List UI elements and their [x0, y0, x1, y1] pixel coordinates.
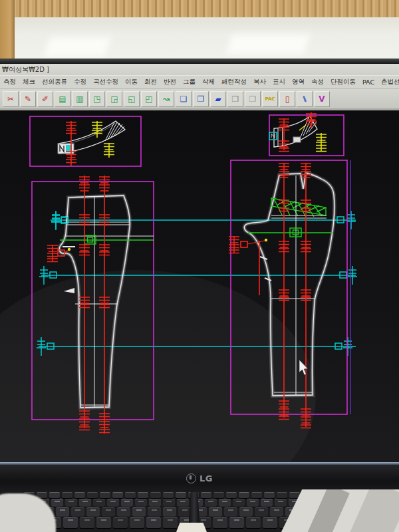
keyboard-key[interactable] — [102, 507, 115, 517]
keyboard-key[interactable] — [62, 492, 72, 498]
menu-item-8[interactable]: 반전 — [162, 78, 178, 86]
keyboard-key[interactable] — [255, 507, 268, 517]
keyboard-key[interactable] — [219, 499, 231, 507]
keyboard-key[interactable] — [63, 517, 78, 528]
menu-item-6[interactable]: 이동 — [123, 78, 140, 86]
keyboard-key[interactable] — [201, 492, 211, 498]
keyboard-key[interactable] — [205, 499, 217, 507]
keyboard-key[interactable] — [264, 492, 275, 498]
sheet-tool-icon[interactable]: ❒ — [227, 91, 243, 107]
cut-tool-icon[interactable]: ✂ — [3, 91, 19, 107]
keyboard-key[interactable] — [138, 492, 148, 498]
menu-item-10[interactable]: 삭제 — [200, 78, 217, 86]
layer2-tool-icon[interactable]: ❐ — [193, 91, 209, 107]
keyboard-key[interactable] — [130, 517, 144, 528]
sheet2-tool-icon[interactable]: ❒ — [245, 91, 261, 107]
pants-blue-tool-icon[interactable]: ⑊ — [297, 91, 313, 107]
keyboard-key[interactable] — [117, 507, 130, 517]
piece-tool-2-icon[interactable]: ▥ — [72, 91, 88, 107]
waistband-piece-left[interactable] — [30, 116, 141, 166]
menu-item-15[interactable]: 속성 — [309, 78, 326, 86]
menu-item-13[interactable]: 표시 — [271, 78, 287, 86]
menu-item-2[interactable]: 체크 — [21, 78, 37, 86]
keyboard-key[interactable] — [239, 507, 253, 517]
keyboard-key[interactable] — [209, 507, 222, 517]
layer-tool-icon[interactable]: ❏ — [176, 91, 192, 107]
keyboard-key[interactable] — [163, 517, 178, 528]
keyboard-key[interactable] — [74, 492, 85, 498]
keyboard-key[interactable] — [163, 499, 175, 507]
pac-tool-icon[interactable]: PAC — [262, 91, 278, 107]
keyboard-key[interactable] — [79, 499, 91, 507]
grain-line[interactable] — [104, 143, 114, 158]
keyboard-key[interactable] — [251, 492, 262, 498]
keyboard-key[interactable] — [148, 507, 161, 517]
menu-item-4[interactable]: 수정 — [72, 78, 88, 86]
piece-tool-4-icon[interactable]: ◲ — [106, 91, 122, 107]
keyboard-key[interactable] — [121, 499, 133, 507]
keyboard-key[interactable] — [51, 499, 63, 507]
keyboard-key[interactable] — [86, 507, 100, 517]
piece-tool-3-icon[interactable]: ◳ — [89, 91, 105, 107]
keyboard-key[interactable] — [177, 499, 189, 507]
grain-line[interactable] — [316, 133, 327, 152]
keyboard-key[interactable] — [261, 499, 273, 507]
piece-tool-6-icon[interactable]: ◰ — [141, 91, 157, 107]
keyboard-key[interactable] — [226, 492, 237, 498]
menu-item-16[interactable]: 단점이동 — [329, 78, 358, 86]
keyboard-key[interactable] — [239, 492, 249, 498]
menu-item-3[interactable]: 선의종류 — [40, 78, 69, 86]
keyboard-key[interactable] — [224, 507, 237, 517]
keyboard-key[interactable] — [247, 499, 259, 507]
keyboard-key[interactable] — [132, 507, 146, 517]
keyboard-key[interactable] — [100, 492, 110, 498]
keyboard-key[interactable] — [80, 517, 94, 528]
keyboard[interactable] — [20, 492, 306, 532]
keyboard-key[interactable] — [163, 507, 176, 517]
pencil-tool-icon[interactable]: ✎ — [20, 91, 36, 107]
keyboard-key[interactable] — [112, 492, 123, 498]
keyboard-key[interactable] — [96, 517, 111, 528]
pencil2-tool-icon[interactable]: ✐ — [37, 91, 53, 107]
keyboard-key[interactable] — [213, 492, 224, 498]
keyboard-key[interactable] — [176, 492, 186, 498]
keyboard-key[interactable] — [149, 499, 161, 507]
keyboard-key[interactable] — [71, 507, 84, 517]
keyboard-key[interactable] — [270, 507, 283, 517]
keyboard-key[interactable] — [150, 492, 161, 498]
jacket-tool-icon[interactable]: ▯ — [279, 91, 295, 107]
keyboard-key[interactable] — [87, 492, 98, 498]
keyboard-key[interactable] — [125, 492, 136, 498]
menu-item-5[interactable]: 곡선수정 — [91, 78, 120, 86]
menu-item-18[interactable]: 촌법선 — [379, 78, 399, 86]
keyboard-key[interactable] — [93, 499, 105, 507]
menu-item-11[interactable]: 패턴작성 — [219, 78, 249, 86]
menu-item-1[interactable]: 측정 — [1, 78, 18, 86]
drawing-canvas[interactable] — [0, 110, 399, 466]
keyboard-key[interactable] — [135, 499, 147, 507]
fill-tool-icon[interactable]: ▰ — [210, 91, 226, 107]
keyboard-key[interactable] — [163, 492, 174, 498]
keyboard-key[interactable] — [146, 517, 161, 528]
menu-item-17[interactable]: PAC — [360, 78, 376, 86]
keyboard-key[interactable] — [263, 517, 277, 528]
keyboard-key[interactable] — [107, 499, 119, 507]
keyboard-key[interactable] — [229, 517, 244, 528]
curve-tool-icon[interactable]: ↝ — [158, 91, 174, 107]
piece-tool-1-icon[interactable]: ▤ — [55, 91, 70, 107]
keyboard-key[interactable] — [56, 507, 69, 517]
menu-item-12[interactable]: 복사 — [251, 78, 268, 86]
guide-line[interactable] — [51, 211, 356, 229]
keyboard-key[interactable] — [49, 492, 60, 498]
keyboard-key[interactable] — [65, 499, 77, 507]
keyboard-key[interactable] — [233, 499, 245, 507]
keyboard-key[interactable] — [275, 499, 287, 507]
keyboard-key[interactable] — [277, 492, 287, 498]
menu-item-7[interactable]: 회전 — [142, 78, 159, 86]
keyboard-key[interactable] — [213, 517, 227, 528]
pants-magenta-tool-icon[interactable]: V — [314, 91, 330, 107]
keyboard-key[interactable] — [246, 517, 261, 528]
keyboard-key[interactable] — [113, 517, 128, 528]
piece-tool-5-icon[interactable]: ◱ — [124, 91, 140, 107]
menu-item-9[interactable]: 그룹 — [181, 78, 198, 86]
